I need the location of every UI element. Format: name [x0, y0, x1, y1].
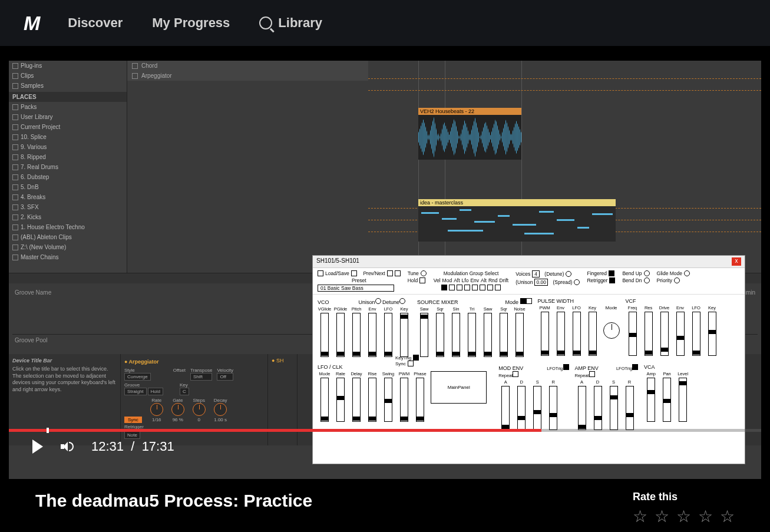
folder-icon [12, 244, 18, 250]
slider: Phase [413, 371, 427, 422]
daw-browser-sidebar: Plug-ins Clips Samples PLACES Packs User… [9, 61, 127, 273]
clip-header: idea - masterclass [418, 199, 616, 206]
daw-timeline: VEH2 Housebeats - 22 idea - masterclass [368, 61, 761, 273]
ampenv-section: AMP ENVLFOTrigRepeat ADSR [575, 364, 639, 430]
star-icon[interactable]: ☆ [633, 507, 647, 526]
folder-icon [12, 234, 18, 240]
slider: VGlide [318, 306, 332, 357]
nav-discover[interactable]: Discover [68, 15, 123, 31]
slider: Pan [660, 371, 674, 422]
nav-library[interactable]: Library [259, 15, 322, 31]
hint-text: Click on the title bar to select this de… [12, 366, 117, 394]
hint-title: Device Title Bar [12, 358, 117, 364]
sidebar-category: Clips [9, 71, 127, 81]
slider: Env [673, 305, 688, 356]
fullscreen-button[interactable] [725, 440, 738, 453]
folder-icon [12, 104, 18, 110]
slider: Key [397, 306, 411, 357]
sidebar-place: 7. Real Drums [9, 162, 127, 172]
gate-knob [171, 403, 184, 416]
slider: R [623, 379, 637, 430]
waveform [418, 115, 521, 160]
vco-section: VCOUnison Detune VGlidePGlidePitchEnvLFO… [318, 298, 411, 357]
slider: PWM [538, 305, 552, 356]
star-icon[interactable]: ☆ [655, 507, 669, 526]
slider: Rise [365, 371, 379, 422]
slider: PGlide [333, 306, 348, 357]
lfo-section: LFO / CLK ModeRateDelayRiseSwingPWMPhase… [318, 364, 419, 430]
rate-label: Rate this [633, 491, 678, 503]
decay-knob [214, 403, 227, 416]
sidebar-category: Samples [9, 81, 127, 91]
speed-button[interactable]: 1x [656, 440, 669, 454]
cc-button[interactable]: CC [687, 440, 707, 453]
vca-section: VCA AmpPanLevel [644, 364, 690, 430]
clips-icon [12, 73, 18, 79]
video-player[interactable]: Plug-ins Clips Samples PLACES Packs User… [9, 61, 761, 479]
sidebar-place: Current Project [9, 122, 127, 132]
folder-icon [12, 114, 18, 120]
vcf-section: VCF FreqResDriveEnvLFOKey [626, 298, 719, 357]
slider: Tri [465, 306, 479, 357]
mod-group-label: Modulation Group Select [444, 270, 499, 276]
logo[interactable]: M [24, 12, 38, 35]
sidebar-place: 4. Breaks [9, 192, 127, 202]
slider: Env [365, 306, 379, 357]
midi-notes [418, 206, 616, 242]
sidebar-place: 5. DnB [9, 182, 127, 192]
star-icon[interactable]: ☆ [676, 507, 691, 526]
slider: A [498, 379, 513, 430]
volume-button[interactable] [61, 440, 74, 453]
samples-icon [12, 83, 18, 89]
slider: Mode [318, 371, 332, 422]
slider: S [530, 379, 544, 430]
folder-icon [12, 224, 18, 230]
source-mixer-section: SOURCE MIXERMode SawSqrSinTriSawSqrNoise [417, 298, 532, 357]
sidebar-place: 8. Ripped [9, 152, 127, 162]
main-panel: MainPanel [431, 371, 487, 404]
star-icon[interactable]: ☆ [698, 507, 713, 526]
steps-knob [193, 403, 206, 416]
browser-item: Chord [127, 61, 368, 71]
daw-browser-list: Chord Arpeggiator [127, 61, 368, 273]
device-icon [132, 73, 138, 79]
sidebar-place: 1. House Electro Techno [9, 222, 127, 232]
slider: Sqr [497, 306, 511, 357]
synth-titlebar: SH101/5-SH101 x [313, 256, 745, 268]
folder-icon [12, 164, 18, 170]
sidebar-place: 9. Various [9, 142, 127, 152]
star-icon[interactable]: ☆ [720, 507, 735, 526]
slider: LFO [570, 305, 584, 356]
lesson-title: The deadmau5 Process: Practice [35, 491, 312, 511]
slider: R [546, 379, 560, 430]
slider: Sin [449, 306, 463, 357]
slider: A [575, 379, 589, 430]
preset-group: Load/Save Prev/Next Preset 01 Basic Saw … [318, 270, 401, 292]
site-header: M Discover My Progress Library [0, 0, 770, 46]
slider: Drive [657, 305, 672, 356]
slider: Env [554, 305, 568, 356]
slider: Amp [644, 371, 658, 422]
groove-name-label: Groove Name [15, 289, 51, 296]
play-button[interactable] [32, 440, 43, 454]
play-icon [32, 440, 43, 454]
sidebar-place: Packs [9, 102, 127, 112]
folder-icon [12, 255, 18, 260]
rating-widget: Rate this ☆ ☆ ☆ ☆ ☆ [633, 491, 735, 526]
slider: Freq [626, 305, 640, 356]
synth-title-text: SH101/5-SH101 [316, 257, 359, 266]
nav-progress[interactable]: My Progress [152, 15, 230, 31]
slider: Saw [417, 306, 431, 357]
slider: S [607, 379, 621, 430]
volume-icon [61, 440, 74, 453]
folder-icon [12, 194, 18, 200]
sidebar-place: Z:\ (New Volume) [9, 242, 127, 252]
slider: Level [676, 371, 690, 422]
folder-icon [12, 134, 18, 140]
folder-icon [12, 144, 18, 150]
slider: Sqr [433, 306, 447, 357]
time-display: 12:31 / 17:31 [91, 439, 174, 454]
search-icon [259, 16, 272, 29]
slider: Pitch [349, 306, 363, 357]
slider: Swing [381, 371, 395, 422]
